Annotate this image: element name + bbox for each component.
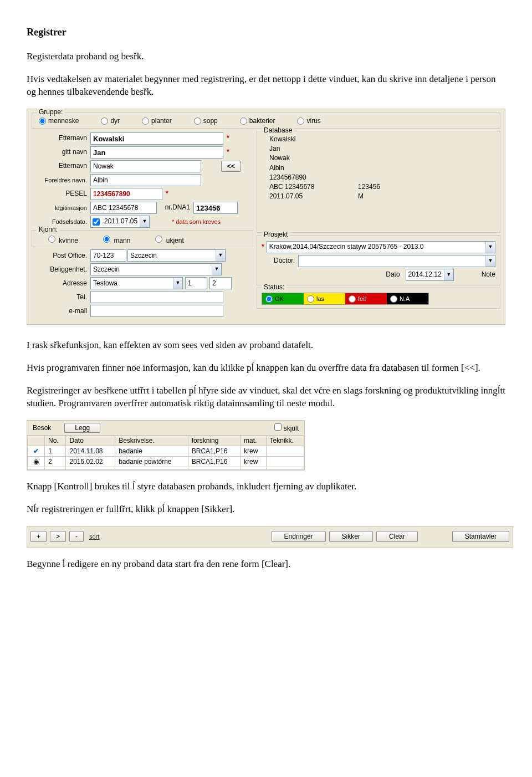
input-post-zip[interactable] xyxy=(90,249,126,262)
input-tel[interactable] xyxy=(90,291,223,303)
required-note: * data som kreves xyxy=(172,218,221,225)
db-nrdna: 123456 xyxy=(358,183,380,191)
chevron-down-icon: ▼ xyxy=(444,269,453,280)
label-etternavn2: Etternavn xyxy=(32,162,90,170)
col-mat[interactable]: mat. xyxy=(241,435,267,446)
toolbar-plus-button[interactable]: + xyxy=(30,531,47,542)
status-legend: Status: xyxy=(262,284,287,291)
prosjekt-select[interactable]: Kraków,2014.04/Szczecin statyw 20575765 … xyxy=(267,241,495,253)
kjonn-radio-mann[interactable]: mann xyxy=(100,234,130,244)
label-email: e-mail xyxy=(32,308,90,315)
input-etternavn2[interactable] xyxy=(90,160,201,172)
group-radio-sopp[interactable]: sopp xyxy=(194,117,218,125)
label-legitimasjon: legitimasjon xyxy=(32,205,90,211)
label-beliggenhet: Beliggenhet. xyxy=(32,266,90,273)
required-star: * xyxy=(223,135,229,142)
kjonn-radio-ukjent[interactable]: ukjent xyxy=(152,234,183,244)
proband-fields: Etternavn * gitt navn * Etternavn << For… xyxy=(32,131,253,319)
label-fodselsdato: Fodselsdato. xyxy=(32,218,90,225)
input-beliggenhet[interactable]: Szczecin ▼ xyxy=(90,263,222,275)
col-dato[interactable]: Dato xyxy=(66,435,115,446)
visits-add-button[interactable]: Legg xyxy=(64,423,100,433)
copy-from-db-button[interactable]: << xyxy=(221,161,241,172)
input-etternavn[interactable] xyxy=(90,132,223,145)
input-post-city[interactable]: Szczecin ▼ xyxy=(127,249,226,262)
toolbar-endringer-button[interactable]: Endringer xyxy=(272,531,326,542)
label-post: Post Office. xyxy=(32,252,90,259)
register-form-screenshot: Gruppe: menneske dyr planter sopp bakter… xyxy=(27,109,505,325)
input-legitimasjon[interactable] xyxy=(90,202,157,214)
status-radio-las[interactable]: las xyxy=(304,293,345,304)
db-pesel: 1234567890 xyxy=(269,174,358,181)
kjonn-radio-kvinne[interactable]: kvinne xyxy=(45,234,78,244)
toolbar-clear-button[interactable]: Clear xyxy=(376,531,418,542)
para-visits-intro: Registreringer av besřkene utfřrt i tabe… xyxy=(27,385,505,410)
toolbar-next-button[interactable]: > xyxy=(50,531,66,542)
page-title: Registrer xyxy=(27,27,505,38)
para-copy: Hvis programvaren finner noe informasjon… xyxy=(27,362,505,375)
group-radio-menneske[interactable]: menneske xyxy=(39,117,79,125)
status-radio-feil[interactable]: feil xyxy=(345,293,387,304)
check-icon: ✔ xyxy=(28,446,45,456)
visits-hidden-checkbox[interactable]: skjult xyxy=(274,423,299,432)
col-tek[interactable]: Teknikk. xyxy=(266,435,304,446)
db-gittnavn: Jan xyxy=(269,145,358,152)
prosjekt-legend: Prosjekt xyxy=(262,231,290,238)
toolbar-minus-button[interactable]: - xyxy=(69,531,84,542)
group-radio-virus[interactable]: virus xyxy=(297,117,320,125)
dato-select[interactable]: 2014.12.12 ▼ xyxy=(406,269,454,281)
table-row[interactable] xyxy=(28,467,304,469)
toolbar-sort-link[interactable]: sort xyxy=(89,533,99,540)
visits-screenshot: Besok Legg skjult No. Dato Beskrivelse. … xyxy=(27,420,305,471)
group-radio-bakterier[interactable]: bakterier xyxy=(240,117,275,125)
input-adresse[interactable]: Testowa ▼ xyxy=(90,277,183,289)
para-kontroll: Knapp [Kontroll] brukes til ĺ styre data… xyxy=(27,480,505,493)
input-adresse-n1[interactable] xyxy=(185,277,207,289)
toolbar-stamtavler-button[interactable]: Stamtavler xyxy=(452,531,509,542)
table-row[interactable]: ✔ 1 2014.11.08 badanie BRCA1,P16 krew xyxy=(28,446,304,456)
label-foreldre: Foreldres navn. xyxy=(32,177,90,183)
label-gittnavn: gitt navn xyxy=(32,149,90,156)
chevron-down-icon: ▼ xyxy=(140,216,149,227)
database-fieldset: Database Kowalski Jan Nowak Albin 123456… xyxy=(257,131,500,233)
visits-table: No. Dato Beskrivelse. forskning mat. Tek… xyxy=(27,435,304,470)
table-row[interactable]: ◉ 2 2015.02.02 badanie powtórne BRCA1,P1… xyxy=(28,456,304,467)
status-radio-ok[interactable]: OK xyxy=(262,293,304,304)
label-doctor: Doctor. xyxy=(262,257,298,264)
prosjekt-fieldset: Prosjekt * Kraków,2014.04/Szczecin staty… xyxy=(257,235,500,285)
required-star: * xyxy=(262,243,267,251)
input-nrdna[interactable] xyxy=(193,202,238,214)
input-fodselsdato[interactable]: 2011.07.05 ▼ xyxy=(90,216,150,228)
kjonn-fieldset: Kjonn: kvinne mann ukjent xyxy=(32,230,253,247)
toolbar-sikker-button[interactable]: Sikker xyxy=(329,531,373,542)
kjonn-legend: Kjonn: xyxy=(37,226,60,233)
chevron-down-icon: ▼ xyxy=(173,278,182,289)
para-clear: Begynne ĺ redigere en ny proband data st… xyxy=(27,558,505,571)
db-fodselsdato: 2011.07.05 xyxy=(269,193,358,200)
input-pesel[interactable] xyxy=(90,188,162,200)
label-note: Note xyxy=(482,271,495,278)
doctor-select[interactable]: ▼ xyxy=(298,255,495,267)
input-foreldre[interactable] xyxy=(90,174,201,186)
group-legend: Gruppe: xyxy=(37,109,65,116)
input-email[interactable] xyxy=(90,305,223,317)
input-gittnavn[interactable] xyxy=(90,146,223,159)
status-radio-na[interactable]: N.A xyxy=(387,293,428,304)
db-legitimasjon: ABC 12345678 xyxy=(269,183,358,191)
visits-title: Besok xyxy=(33,424,51,432)
col-no[interactable]: No. xyxy=(45,435,66,446)
input-adresse-n2[interactable] xyxy=(209,277,232,289)
db-foreldre: Albin xyxy=(269,165,358,172)
intro-line-1: Registerdata proband og besřk. xyxy=(27,50,505,63)
db-etternavn2: Nowak xyxy=(269,155,358,162)
label-pesel: PESEL xyxy=(32,190,90,197)
chevron-down-icon: ▼ xyxy=(485,242,495,253)
db-kjonn: M xyxy=(358,193,364,200)
group-radio-dyr[interactable]: dyr xyxy=(101,117,120,125)
col-beskr[interactable]: Beskrivelse. xyxy=(115,435,188,446)
database-legend: Database xyxy=(262,127,294,134)
group-radio-planter[interactable]: planter xyxy=(142,117,172,125)
col-forsk[interactable]: forskning xyxy=(188,435,240,446)
label-tel: Tel. xyxy=(32,294,90,301)
label-etternavn: Etternavn xyxy=(32,135,90,142)
